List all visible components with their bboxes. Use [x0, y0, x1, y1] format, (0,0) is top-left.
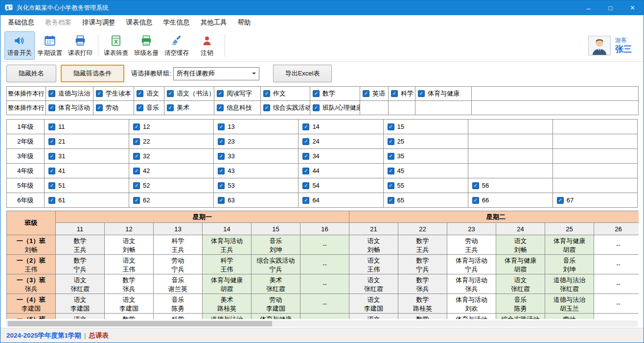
toolbar-button-3[interactable]: X课表筛查 [101, 31, 131, 60]
hide-filters-button[interactable]: 隐藏筛选条件 [61, 65, 124, 82]
bulk-row-toggle[interactable]: 整体操作本行 [7, 87, 46, 101]
class-checkbox-cell[interactable]: 34 [299, 149, 383, 164]
menu-item-3[interactable]: 课表信息 [121, 15, 158, 30]
class-checkbox-cell[interactable]: 65 [383, 193, 468, 208]
class-checkbox-cell[interactable]: 35 [383, 149, 468, 164]
checkbox-checked-icon[interactable] [313, 104, 320, 111]
lesson-cell[interactable]: 数学张兵 [398, 274, 447, 294]
lesson-cell[interactable]: 道德与法治吴红 [203, 314, 252, 319]
subject-checkbox-cell[interactable]: 作文 [261, 87, 310, 101]
subject-checkbox-cell[interactable]: 班队/心理健康 [310, 101, 360, 115]
subject-checkbox-cell[interactable]: 道德与法治 [46, 87, 93, 101]
class-checkbox-cell[interactable]: 66 [468, 193, 552, 208]
class-checkbox-cell[interactable]: 41 [44, 164, 129, 178]
checkbox-checked-icon[interactable] [167, 90, 174, 97]
lesson-cell[interactable]: -- [594, 294, 639, 314]
checkbox-checked-icon[interactable] [48, 138, 55, 145]
class-checkbox-cell[interactable]: 11 [44, 120, 129, 134]
class-checkbox-cell[interactable]: 45 [383, 164, 468, 178]
class-checkbox-cell[interactable]: 53 [214, 178, 299, 193]
lesson-cell[interactable]: 综合实践活动宁兵 [252, 255, 300, 274]
checkbox-checked-icon[interactable] [218, 182, 225, 189]
checkbox-checked-icon[interactable] [302, 197, 309, 204]
toolbar-button-6[interactable]: 注销 [192, 31, 222, 60]
lesson-cell[interactable]: 语文李建国 [105, 294, 154, 314]
lesson-cell[interactable]: -- [594, 235, 639, 255]
checkbox-checked-icon[interactable] [263, 90, 270, 97]
class-checkbox-cell[interactable]: 22 [129, 134, 214, 149]
class-checkbox-cell[interactable]: 24 [299, 134, 383, 149]
checkbox-checked-icon[interactable] [302, 123, 309, 130]
lesson-cell[interactable]: 劳动宁兵 [154, 255, 203, 274]
class-checkbox-cell[interactable]: 52 [129, 178, 214, 193]
lesson-cell[interactable]: 语文李建国 [56, 294, 105, 314]
lesson-cell[interactable]: 体育与健康胡霞 [203, 274, 252, 294]
checkbox-checked-icon[interactable] [388, 182, 394, 189]
checkbox-checked-icon[interactable] [313, 90, 320, 97]
subject-checkbox-cell[interactable]: 信息科技 [214, 101, 261, 115]
subject-checkbox-cell[interactable]: 体育与活动 [46, 101, 93, 115]
chevron-down-icon[interactable] [250, 68, 259, 80]
lesson-cell[interactable]: 道德与法治张红霞 [545, 274, 594, 294]
teaching-group-select[interactable]: 所有任课教师 [173, 67, 259, 80]
close-button[interactable] [621, 0, 644, 15]
class-checkbox-cell[interactable]: 64 [299, 193, 383, 208]
menu-item-5[interactable]: 其他工具 [195, 15, 232, 30]
subject-checkbox-cell[interactable]: 科学 [389, 87, 415, 101]
checkbox-checked-icon[interactable] [218, 197, 225, 204]
lesson-cell[interactable]: 数学宁兵 [56, 255, 105, 274]
class-checkbox-cell[interactable]: 14 [299, 120, 383, 134]
menu-item-0[interactable]: 基础信息 [2, 15, 40, 30]
checkbox-checked-icon[interactable] [218, 168, 225, 174]
class-checkbox-cell[interactable]: 15 [383, 120, 468, 134]
checkbox-checked-icon[interactable] [302, 138, 309, 145]
toolbar-button-2[interactable]: 课表打印 [65, 31, 95, 60]
checkbox-checked-icon[interactable] [472, 182, 479, 189]
minimize-button[interactable] [577, 0, 599, 15]
class-checkbox-cell[interactable]: 12 [129, 120, 214, 134]
subject-checkbox-cell[interactable]: 劳动 [93, 101, 134, 115]
class-checkbox-cell[interactable]: 55 [383, 178, 468, 193]
menu-item-6[interactable]: 帮助 [232, 15, 256, 30]
lesson-cell[interactable]: 数学王兵 [56, 235, 105, 255]
lesson-cell[interactable]: 语文张红霞 [56, 274, 105, 294]
lesson-cell[interactable]: 体育与活动张兵 [447, 274, 496, 294]
checkbox-checked-icon[interactable] [48, 168, 55, 174]
lesson-cell[interactable]: 音乐陈勇 [154, 294, 203, 314]
lesson-cell[interactable]: 语文李建国 [349, 294, 398, 314]
toolbar-button-1[interactable]: 学期设置 [35, 31, 65, 60]
checkbox-checked-icon[interactable] [137, 104, 143, 111]
checkbox-checked-icon[interactable] [217, 90, 224, 97]
checkbox-checked-icon[interactable] [48, 153, 55, 160]
checkbox-checked-icon[interactable] [302, 168, 309, 174]
lesson-cell[interactable]: 科学王兵 [154, 235, 203, 255]
lesson-cell[interactable]: -- [300, 255, 349, 274]
toolbar-button-4[interactable]: 班级名册 [131, 31, 161, 60]
lesson-cell[interactable]: 体育与健康胡霞 [252, 314, 300, 319]
lesson-cell[interactable]: 体育与活动刘欢 [447, 294, 496, 314]
lesson-cell[interactable]: 科学王伟 [203, 255, 252, 274]
lesson-cell[interactable]: 语文王伟 [349, 255, 398, 274]
checkbox-checked-icon[interactable] [48, 104, 55, 111]
checkbox-checked-icon[interactable] [418, 90, 425, 97]
toolbar-button-0[interactable]: 语音开关 [4, 31, 35, 60]
lesson-cell[interactable]: 劳动吴红 [545, 314, 594, 319]
lesson-cell[interactable]: -- [300, 294, 349, 314]
lesson-cell[interactable]: -- [594, 314, 639, 319]
checkbox-checked-icon[interactable] [218, 138, 225, 145]
subject-checkbox-cell[interactable]: 语文 [134, 87, 164, 101]
lesson-cell[interactable]: 数学张兵 [105, 274, 154, 294]
checkbox-checked-icon[interactable] [388, 138, 394, 145]
horizontal-scrollbar[interactable] [6, 320, 638, 327]
export-excel-button[interactable]: 导出Excel表 [273, 65, 332, 82]
menu-item-1[interactable]: 教务档案 [40, 15, 77, 30]
class-checkbox-cell[interactable]: 13 [214, 120, 299, 134]
lesson-cell[interactable]: -- [300, 235, 349, 255]
checkbox-checked-icon[interactable] [96, 90, 103, 97]
lesson-cell[interactable]: 语文张红霞 [349, 274, 398, 294]
lesson-cell[interactable]: 语文张红霞 [496, 274, 545, 294]
checkbox-checked-icon[interactable] [388, 197, 394, 204]
checkbox-checked-icon[interactable] [48, 90, 55, 97]
maximize-button[interactable] [599, 0, 621, 15]
lesson-cell[interactable]: 音乐刘坤 [545, 255, 594, 274]
